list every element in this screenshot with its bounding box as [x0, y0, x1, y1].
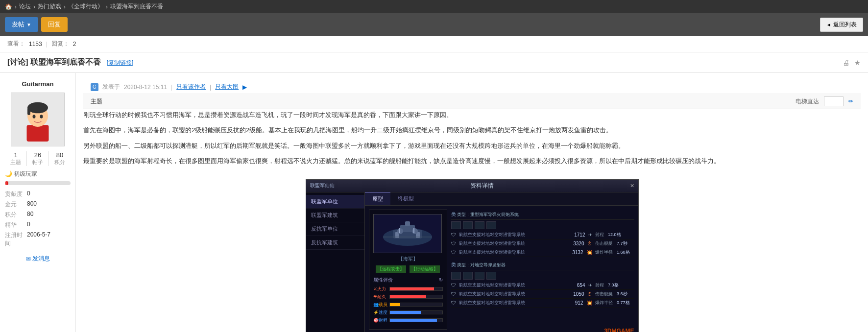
svg-rect-0	[27, 125, 49, 142]
replies-count: 2	[73, 41, 76, 47]
ss-weapon-type-2-label: 类 类型：对地空导弹发射器	[451, 260, 634, 270]
contribution-value: 0	[27, 190, 30, 198]
ss-close-button[interactable]: ✕	[630, 183, 634, 189]
stat-points-count: 80	[49, 151, 71, 159]
post-body-text: 刚玩全球行动的时候我也不习惯用海军，总是攒着资源造战车造飞机，玩了一段时间才发现…	[83, 109, 861, 167]
ss-weapon-2-1-stat: 射程 7.0格	[595, 282, 634, 288]
contribution-label: 贡献度	[5, 190, 27, 198]
ss-weapon-2-1-val: 654	[568, 283, 585, 288]
level-label: 初级玩家	[14, 170, 37, 177]
stat-points: 80 积分	[49, 151, 71, 166]
ss-attr-range: 🎯射程	[373, 317, 443, 324]
ss-attr-label: 属性评价	[373, 277, 393, 284]
stat-threads: 1 主题	[5, 151, 27, 166]
ss-weapon-type-2-name: 类型：对地空导弹发射器	[457, 262, 506, 267]
ss-weapon-icons-1	[451, 221, 634, 229]
ss-weapon-1-3-stat-icon: 💥	[586, 250, 592, 255]
ss-attr-capacity: 👥载员	[373, 302, 443, 308]
send-message-label: 发消息	[32, 255, 50, 263]
send-message-link[interactable]: ✉ 发消息	[26, 255, 50, 263]
post-button[interactable]: 发帖 ▼	[5, 17, 38, 32]
post-dropdown-arrow[interactable]: ▼	[26, 22, 31, 27]
svg-rect-3	[27, 108, 30, 115]
nav-hot-games[interactable]: 热门游戏	[38, 2, 61, 11]
ss-faction-tabs: 联盟军仙仙	[310, 182, 335, 189]
ss-attr-range-bar	[389, 318, 443, 322]
ss-unit-tags: 【远程攻击】 【行动运输】	[373, 264, 443, 274]
elevator-go-icon[interactable]: ✏	[848, 98, 853, 105]
level-icon: 🌙	[5, 170, 12, 177]
screenshot-wrapper: 联盟军仙仙 资料详情 ✕ 联盟军单位 联盟军建筑 反抗军单位	[83, 174, 861, 332]
ss-menu-resistance-buildings[interactable]: 反抗军建筑	[306, 236, 364, 250]
view-big-image[interactable]: 只看大图	[215, 83, 239, 91]
nav-forum[interactable]: 论坛	[19, 2, 31, 11]
thread-stats: 查看： 1153 | 回复： 2	[0, 36, 868, 52]
elevator-label: 电梯直达	[796, 97, 819, 106]
home-icon[interactable]: 🏠	[5, 3, 12, 10]
toolbar: 发帖 ▼ 回复 ◄ 返回列表	[0, 13, 868, 36]
ss-tab-prototype[interactable]: 原型	[365, 192, 390, 205]
ss-weapon-icon-air	[451, 221, 461, 229]
favorite-icon[interactable]: ★	[854, 59, 861, 67]
exp-bar-container	[5, 181, 71, 185]
stat-posts-count: 26	[27, 151, 48, 159]
ss-attr-speed: ⚡速度	[373, 309, 443, 316]
return-button-label: 返回列表	[833, 21, 857, 29]
ss-weapon-2-3-icon: 🛡	[451, 300, 456, 306]
ss-tag-transport: 【行动运输】	[410, 265, 440, 273]
nav-game[interactable]: 《全球行动》	[68, 2, 103, 11]
svg-point-4	[33, 115, 36, 119]
elevator-input[interactable]	[824, 96, 844, 106]
ss-attr-refresh-icon[interactable]: ↻	[439, 277, 443, 283]
ss-unit-panel: 【海军】 【远程攻击】 【行动运输】	[369, 210, 447, 330]
para-1: 刚玩全球行动的时候我也不习惯用海军，总是攒着资源造战车造飞机，玩了一段时间才发现…	[83, 109, 861, 120]
ss-weapon2-icon-air	[451, 272, 461, 280]
para-4: 最重要的是联盟的海军射程奇长，在很多图里面用海军偷家也很爽，射程远不说火力还贼猛…	[83, 155, 861, 166]
stat-posts-label: 帖子	[27, 159, 48, 166]
svg-point-2	[27, 102, 48, 114]
ss-weapon2-icon-ship	[475, 272, 484, 280]
author-small-avatar: G	[91, 83, 98, 91]
ss-tabs: 原型 终极型	[365, 192, 638, 206]
ss-weapon-row-1-1: 🛡 刷航空支援对地对空对潜雷导系统 1712 ✈ 射程 12.0格	[451, 231, 634, 239]
print-icon[interactable]: 🖨	[843, 59, 849, 67]
reply-button[interactable]: 回复	[41, 17, 68, 32]
para-2: 首先在海图中，海军是必备的，联盟的2级船能碾压反抗的2级船。基本上在我玩的几把海…	[83, 124, 861, 136]
ss-tab-ultimate[interactable]: 终极型	[390, 192, 421, 205]
ss-weapon2-icon-ground	[463, 272, 473, 280]
ss-left-panel: 联盟军单位 联盟军建筑 反抗军单位 反抗军建筑	[306, 192, 365, 332]
ss-unit-type-labels: 【海军】 【远程攻击】 【行动运输】	[373, 256, 443, 274]
ss-menu-alliance-buildings[interactable]: 联盟军建筑	[306, 209, 364, 222]
avatar-image	[16, 97, 60, 142]
ss-weapon-2-1-stat-icon: ✈	[588, 283, 592, 288]
ss-weapon-2-2-stat-label: 伤击舰艇	[595, 291, 613, 297]
ss-tag-ranged: 【远程攻击】	[376, 265, 406, 273]
send-message[interactable]: ✉ 发消息	[26, 255, 50, 263]
ss-weapon-2-1-stat-val: 7.0格	[608, 282, 619, 288]
ss-weapon-1-3-name: 刷航空支援对地对空对潜雷导系统	[459, 249, 563, 256]
ss-menu-resistance-units[interactable]: 反抗军单位	[306, 222, 364, 236]
points-row: 积分 80	[5, 211, 71, 219]
user-level: 🌙 初级玩家	[5, 170, 71, 178]
ss-weapon-1-3-icon: 🛡	[451, 250, 456, 255]
ss-weapon-1-1-stat-label: 射程	[595, 232, 604, 238]
nav-sep: ›	[33, 3, 35, 10]
thread-title-group: [讨论] 联盟海军到底香不香 [复制链接]	[7, 57, 133, 68]
view-sep: |	[210, 84, 211, 91]
return-button[interactable]: ◄ 返回列表	[820, 18, 863, 32]
topic-bar: 主题 电梯直达 ✏	[83, 94, 861, 109]
ss-weapon-1-3-stat: 爆炸半径 1.60格	[595, 249, 634, 256]
post-meta: G 发表于 2020-8-12 15:11 | 只看该作者 | 只看大图 ▶	[83, 80, 861, 94]
view-author-only[interactable]: 只看该作者	[176, 83, 206, 91]
posted-by-label: 发表于	[102, 83, 120, 91]
ss-menu-alliance-units[interactable]: 联盟军单位	[306, 195, 364, 209]
gold-value: 800	[27, 200, 37, 209]
ss-weapon-row-2-2: 🛡 刷航空支援对地对空对潜雷导系统 1050 ⏱ 伤击舰艇 3.6秒	[451, 290, 634, 299]
ss-attr-range-fill	[390, 319, 437, 322]
ss-weapon-group-1: 类 类型：重型海军导弹火箭炮系统	[451, 210, 634, 257]
copy-link[interactable]: [复制链接]	[107, 59, 134, 66]
ss-attr-hp-label: ❤耐久	[373, 294, 388, 300]
svg-rect-9	[405, 221, 410, 226]
topic-right: 电梯直达 ✏	[796, 96, 853, 106]
thread-title: [讨论] 联盟海军到底香不香	[7, 58, 101, 66]
